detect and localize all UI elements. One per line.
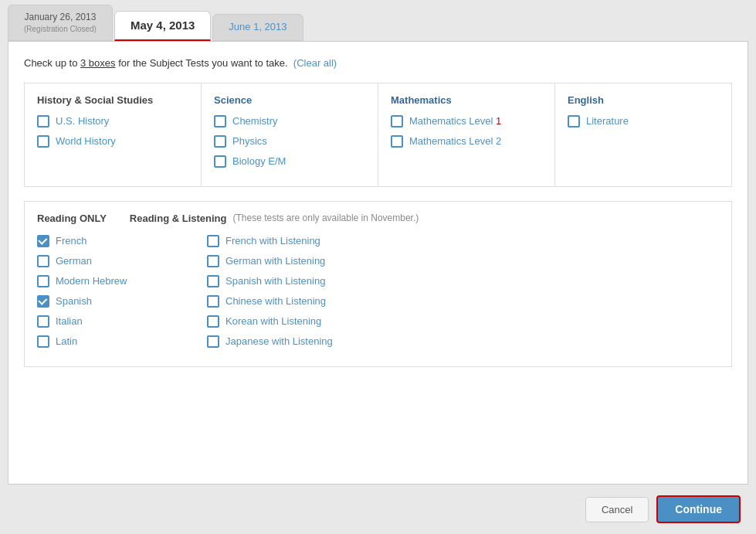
languages-section: Reading ONLY Reading & Listening (These … bbox=[24, 201, 732, 367]
checkbox-french-listening[interactable]: French with Listening bbox=[207, 235, 719, 247]
tab-jun[interactable]: June 1, 2013 bbox=[212, 14, 303, 41]
reading-listening-note: (These tests are only available in Novem… bbox=[233, 213, 419, 223]
tabs-bar: January 26, 2013 (Registration Closed) M… bbox=[0, 5, 756, 41]
checkbox-icon-spanish-listening[interactable] bbox=[207, 275, 219, 287]
instruction-prefix: Check up to bbox=[24, 57, 80, 69]
col-history: History & Social Studies U.S. History Wo… bbox=[25, 83, 202, 186]
label-chemistry: Chemistry bbox=[232, 115, 278, 127]
instruction-middle: for the Subject Tests you want to take. bbox=[116, 57, 288, 69]
checkbox-us-history[interactable]: U.S. History bbox=[37, 115, 188, 128]
tab-jan-sub: (Registration Closed) bbox=[24, 24, 97, 34]
label-german-listening: German with Listening bbox=[225, 255, 325, 267]
checkbox-physics[interactable]: Physics bbox=[214, 135, 365, 148]
mathematics-title: Mathematics bbox=[391, 94, 542, 106]
checkbox-korean-listening[interactable]: Korean with Listening bbox=[207, 315, 719, 328]
reading-listening-label: Reading & Listening bbox=[130, 213, 227, 224]
label-literature: Literature bbox=[586, 115, 629, 127]
checkbox-biology[interactable]: Biology E/M bbox=[214, 155, 365, 168]
continue-button[interactable]: Continue bbox=[656, 495, 741, 523]
languages-header: Reading ONLY Reading & Listening (These … bbox=[37, 213, 719, 224]
checkbox-spanish-listening[interactable]: Spanish with Listening bbox=[207, 275, 719, 287]
label-spanish: Spanish bbox=[56, 295, 92, 307]
reading-only-title: Reading ONLY bbox=[37, 213, 107, 224]
label-italian: Italian bbox=[56, 315, 83, 327]
checkbox-icon-biology[interactable] bbox=[214, 155, 226, 168]
checkbox-french[interactable]: French bbox=[37, 235, 207, 247]
checkbox-latin[interactable]: Latin bbox=[37, 335, 207, 348]
checkbox-icon-world-history[interactable] bbox=[37, 135, 49, 148]
highlight-1: 1 bbox=[496, 115, 501, 127]
checkbox-chemistry[interactable]: Chemistry bbox=[214, 115, 365, 128]
label-spanish-listening: Spanish with Listening bbox=[225, 275, 325, 287]
checkbox-icon-literature[interactable] bbox=[568, 115, 580, 128]
checkbox-italian[interactable]: Italian bbox=[37, 315, 207, 328]
subject-grid: History & Social Studies U.S. History Wo… bbox=[24, 83, 732, 187]
checkbox-icon-french[interactable] bbox=[37, 235, 49, 247]
page-wrapper: January 26, 2013 (Registration Closed) M… bbox=[0, 0, 756, 534]
checkbox-math-level1[interactable]: Mathematics Level 1 bbox=[391, 115, 542, 128]
checkbox-icon-chinese-listening[interactable] bbox=[207, 295, 219, 308]
col-english: English Literature bbox=[555, 83, 731, 186]
label-biology: Biology E/M bbox=[232, 155, 286, 167]
label-korean-listening: Korean with Listening bbox=[225, 315, 321, 327]
english-title: English bbox=[568, 94, 719, 106]
science-title: Science bbox=[214, 94, 365, 106]
col-science: Science Chemistry Physics Biology E/M bbox=[202, 83, 378, 186]
label-math-level2: Mathematics Level 2 bbox=[409, 135, 501, 147]
checkbox-spanish[interactable]: Spanish bbox=[37, 295, 207, 308]
col-mathematics: Mathematics Mathematics Level 1 Mathemat… bbox=[378, 83, 555, 186]
checkbox-icon-physics[interactable] bbox=[214, 135, 226, 148]
checkbox-icon-spanish[interactable] bbox=[37, 295, 49, 308]
reading-listening-title: Reading & Listening (These tests are onl… bbox=[130, 213, 419, 224]
checkbox-icon-math-level2[interactable] bbox=[391, 135, 403, 148]
languages-body: French German Modern Hebrew Spanish bbox=[37, 235, 719, 355]
lang-col-reading-only: French German Modern Hebrew Spanish bbox=[37, 235, 207, 355]
checkbox-icon-chemistry[interactable] bbox=[214, 115, 226, 128]
checkbox-icon-french-listening[interactable] bbox=[207, 235, 219, 247]
label-french-listening: French with Listening bbox=[225, 235, 320, 247]
main-content: Check up to 3 boxes for the Subject Test… bbox=[8, 41, 748, 485]
label-japanese-listening: Japanese with Listening bbox=[225, 335, 333, 347]
checkbox-modern-hebrew[interactable]: Modern Hebrew bbox=[37, 275, 207, 287]
label-french: French bbox=[56, 235, 86, 247]
checkbox-icon-korean-listening[interactable] bbox=[207, 315, 219, 328]
checkbox-world-history[interactable]: World History bbox=[37, 135, 188, 148]
label-german: German bbox=[56, 255, 92, 267]
label-world-history: World History bbox=[56, 135, 116, 147]
checkbox-math-level2[interactable]: Mathematics Level 2 bbox=[391, 135, 542, 148]
checkbox-icon-modern-hebrew[interactable] bbox=[37, 275, 49, 287]
checkbox-icon-japanese-listening[interactable] bbox=[207, 335, 219, 348]
checkbox-german-listening[interactable]: German with Listening bbox=[207, 255, 719, 267]
checkbox-icon-math-level1[interactable] bbox=[391, 115, 403, 128]
label-math-level1: Mathematics Level 1 bbox=[409, 115, 501, 127]
checkbox-icon-german[interactable] bbox=[37, 255, 49, 267]
clear-all-link[interactable]: (Clear all) bbox=[293, 57, 337, 69]
checkbox-german[interactable]: German bbox=[37, 255, 207, 267]
label-chinese-listening: Chinese with Listening bbox=[225, 295, 326, 307]
checkbox-icon-italian[interactable] bbox=[37, 315, 49, 328]
cancel-button[interactable]: Cancel bbox=[585, 497, 649, 522]
lang-col-reading-listening: French with Listening German with Listen… bbox=[207, 235, 719, 355]
tab-jan[interactable]: January 26, 2013 (Registration Closed) bbox=[8, 5, 113, 41]
tab-may[interactable]: May 4, 2013 bbox=[114, 11, 211, 41]
checkbox-chinese-listening[interactable]: Chinese with Listening bbox=[207, 295, 719, 308]
tab-jan-date: January 26, 2013 bbox=[24, 12, 97, 24]
bottom-bar: Cancel Continue bbox=[0, 485, 756, 534]
label-latin: Latin bbox=[56, 335, 77, 347]
label-modern-hebrew: Modern Hebrew bbox=[56, 275, 127, 287]
tab-jun-date: June 1, 2013 bbox=[229, 21, 286, 32]
label-physics: Physics bbox=[232, 135, 267, 147]
checkbox-japanese-listening[interactable]: Japanese with Listening bbox=[207, 335, 719, 348]
checkbox-literature[interactable]: Literature bbox=[568, 115, 719, 128]
instruction-boxes: 3 boxes bbox=[80, 57, 116, 69]
checkbox-icon-german-listening[interactable] bbox=[207, 255, 219, 267]
label-us-history: U.S. History bbox=[56, 115, 109, 127]
checkbox-icon-latin[interactable] bbox=[37, 335, 49, 348]
checkbox-icon-us-history[interactable] bbox=[37, 115, 49, 128]
instruction-text: Check up to 3 boxes for the Subject Test… bbox=[24, 57, 732, 69]
history-title: History & Social Studies bbox=[37, 94, 188, 106]
tab-may-date: May 4, 2013 bbox=[131, 19, 195, 32]
